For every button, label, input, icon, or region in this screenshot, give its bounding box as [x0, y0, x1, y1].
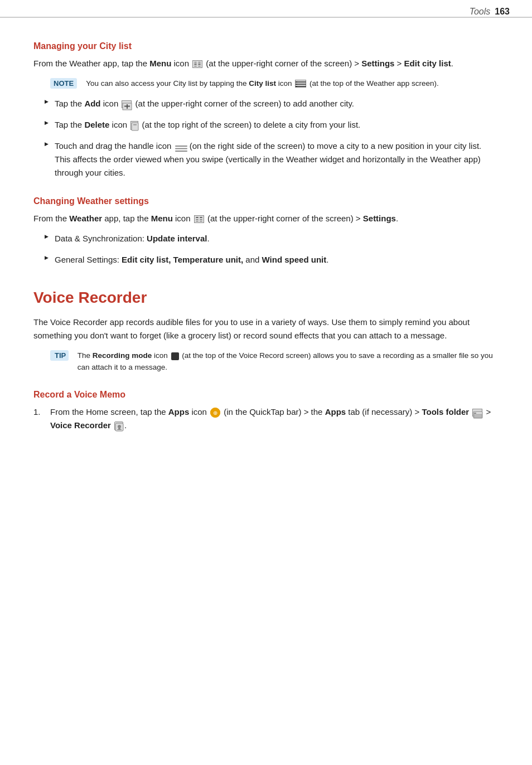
- svg-rect-11: [175, 146, 187, 147]
- apps-icon: ⊕: [210, 408, 220, 418]
- menu-icon-2: [194, 215, 204, 223]
- apps-tab-bold: Apps: [325, 407, 346, 417]
- city-list-bold: City list: [249, 79, 276, 88]
- handle-icon: [175, 143, 186, 149]
- managing-city-list-heading: Managing your City list: [33, 41, 499, 51]
- tools-folder-bold: Tools folder: [422, 407, 469, 417]
- voice-recorder-icon: [114, 422, 123, 430]
- recording-mode-bold: Recording mode: [93, 351, 152, 360]
- header-area: Tools 163: [0, 0, 532, 19]
- step-1-number: 1.: [33, 405, 41, 419]
- city-list-icon: [295, 80, 306, 88]
- bullet-delete: Tap the Delete icon (at the top right of…: [45, 118, 499, 132]
- svg-rect-22: [117, 429, 122, 430]
- svg-rect-1: [296, 84, 306, 85]
- add-icon: [122, 100, 132, 108]
- top-border: [0, 17, 532, 18]
- managing-city-list-bullets: Tap the Add icon (at the upper-right cor…: [45, 97, 499, 180]
- svg-text:⊕: ⊕: [213, 410, 217, 416]
- delete-icon: [130, 121, 138, 130]
- record-voice-memo-steps: 1. From the Home screen, tap the Apps ic…: [33, 405, 499, 432]
- tip-text-1: The Recording mode icon (at the top of t…: [78, 350, 499, 373]
- svg-rect-9: [132, 123, 138, 130]
- note-label-1: NOTE: [50, 78, 77, 89]
- tip-box-1: TIP The Recording mode icon (at the top …: [50, 350, 499, 373]
- tip-label-1: TIP: [50, 350, 69, 361]
- svg-point-20: [118, 425, 121, 428]
- bullet-general-settings: General Settings: Edit city list, Temper…: [45, 253, 499, 267]
- voice-recorder-link-bold: Voice Recorder: [50, 420, 111, 430]
- main-content: Managing your City list From the Weather…: [0, 25, 532, 461]
- menu-icon-1: [192, 60, 202, 68]
- recording-mode-icon: [171, 352, 179, 360]
- svg-rect-12: [175, 148, 187, 149]
- edit-city-list-bold-1: Edit city list: [404, 59, 451, 68]
- changing-weather-bullets: Data & Synchronization: Update interval.…: [45, 232, 499, 267]
- edit-city-list-bold-2: Edit city list,: [122, 255, 171, 264]
- delete-bold: Delete: [84, 120, 109, 129]
- svg-rect-13: [175, 151, 187, 152]
- svg-rect-8: [124, 106, 130, 107]
- tools-folder-icon: [472, 409, 482, 417]
- bullet-data-sync: Data & Synchronization: Update interval.: [45, 232, 499, 245]
- svg-rect-4: [296, 84, 297, 85]
- page-container: Tools 163 Managing your City list From t…: [0, 0, 532, 765]
- note-box-1: NOTE You can also access your City list …: [50, 78, 499, 89]
- header-title: Tools: [470, 7, 491, 17]
- header-page: 163: [495, 7, 510, 17]
- svg-rect-0: [296, 81, 306, 83]
- apps-bold: Apps: [168, 407, 190, 417]
- managing-city-list-intro: From the Weather app, tap the Menu icon …: [33, 57, 499, 70]
- svg-rect-18: [474, 414, 482, 418]
- settings-bold-2: Settings: [363, 214, 396, 223]
- bullet-handle: Touch and drag the handle icon (on the r…: [45, 139, 499, 180]
- step-1: 1. From the Home screen, tap the Apps ic…: [33, 405, 499, 432]
- temperature-unit-bold: Temperature unit,: [173, 255, 244, 264]
- changing-weather-settings-intro: From the Weather app, tap the Menu icon …: [33, 212, 499, 225]
- svg-rect-10: [133, 124, 137, 125]
- add-bold: Add: [84, 99, 100, 108]
- bullet-add: Tap the Add icon (at the upper-right cor…: [45, 97, 499, 110]
- voice-recorder-description: The Voice Recorder app records audible f…: [33, 316, 499, 342]
- svg-rect-21: [118, 428, 120, 429]
- voice-recorder-heading: Voice Recorder: [33, 289, 499, 307]
- menu-bold-2: Menu: [151, 214, 173, 223]
- wind-speed-unit-bold: Wind speed unit: [262, 255, 327, 264]
- menu-bold-1: Menu: [149, 59, 171, 68]
- svg-rect-2: [296, 86, 306, 87]
- changing-weather-settings-heading: Changing Weather settings: [33, 196, 499, 206]
- update-interval-bold: Update interval: [147, 234, 207, 243]
- settings-bold-1: Settings: [361, 59, 394, 68]
- weather-bold-1: Weather: [69, 214, 102, 223]
- svg-rect-5: [296, 86, 297, 87]
- svg-rect-3: [296, 81, 297, 83]
- svg-rect-17: [474, 413, 476, 414]
- record-voice-memo-heading: Record a Voice Memo: [33, 390, 499, 400]
- note-text-1: You can also access your City list by ta…: [86, 78, 439, 89]
